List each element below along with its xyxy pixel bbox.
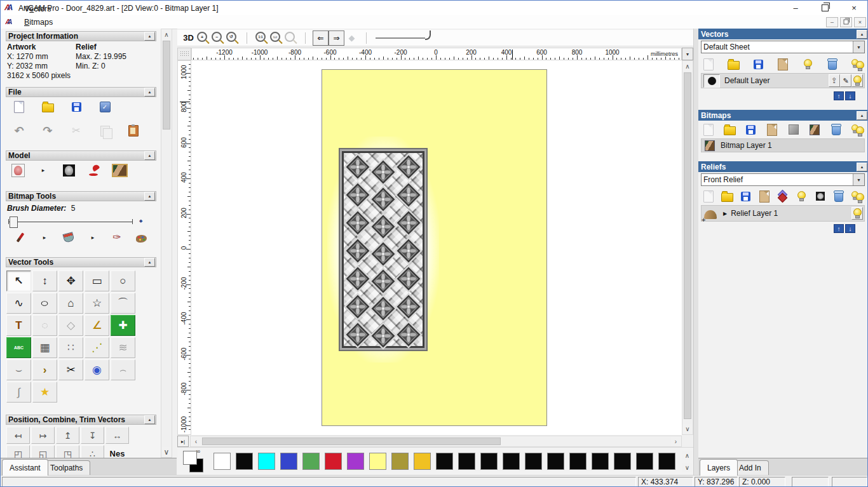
relief-select[interactable]: Front Relief ▼ bbox=[701, 173, 865, 186]
move-layer-up-button[interactable]: ↑ bbox=[834, 91, 844, 100]
zoom-1to1-icon[interactable]: 1:1 bbox=[254, 31, 269, 45]
palette-swatch-black-6[interactable] bbox=[525, 453, 542, 470]
transform-vectors-tool[interactable]: ✥ bbox=[58, 270, 83, 291]
primary-colour-indicator[interactable] bbox=[183, 451, 197, 465]
copy-icon[interactable] bbox=[95, 123, 114, 139]
invert-model-icon[interactable] bbox=[59, 162, 78, 178]
collapse-panel-button[interactable]: ▲ bbox=[857, 111, 867, 120]
create-text-tool[interactable]: T bbox=[6, 315, 31, 336]
lock-layer-button[interactable]: ⇪ bbox=[829, 74, 840, 87]
tab-layers[interactable]: Layers bbox=[700, 459, 738, 476]
save-vector-layer-icon[interactable] bbox=[750, 57, 766, 72]
minimize-button[interactable]: – bbox=[781, 1, 810, 15]
bitmap-to-vector-tool[interactable]: ★ bbox=[32, 382, 57, 403]
align-bottom-tool[interactable]: ↧ bbox=[81, 427, 104, 444]
zoom-previous-icon[interactable]: ↺ bbox=[225, 31, 240, 45]
save-relief-layer-icon[interactable] bbox=[738, 189, 754, 204]
merge-relief-layers-icon[interactable] bbox=[757, 189, 772, 204]
lighting-icon[interactable] bbox=[85, 162, 104, 178]
interactive-slice-tool[interactable]: ◉ bbox=[85, 359, 109, 380]
canvas-viewport[interactable] bbox=[191, 60, 682, 435]
create-polygon-tool[interactable]: ⌂ bbox=[58, 293, 83, 314]
collapse-section-button[interactable]: ▲ bbox=[144, 151, 155, 160]
palette-swatch-white[interactable] bbox=[214, 453, 231, 470]
colour-palette-icon[interactable] bbox=[132, 229, 151, 246]
node-editing-tool[interactable]: ↕ bbox=[32, 270, 57, 291]
create-rectangle-tool[interactable]: ▭ bbox=[85, 270, 109, 291]
save-bitmap-layer-icon[interactable] bbox=[743, 122, 759, 137]
tab-toolpaths[interactable]: Toolpaths bbox=[43, 460, 90, 475]
text-on-curve-tool[interactable]: ABC bbox=[6, 337, 31, 358]
palette-swatch-black-12[interactable] bbox=[658, 453, 675, 470]
palette-swatch-black-3[interactable] bbox=[458, 453, 475, 470]
new-bitmap-layer-icon[interactable] bbox=[701, 122, 716, 137]
open-model-icon[interactable] bbox=[38, 98, 57, 115]
fit-vectors-tool[interactable]: ≋ bbox=[111, 337, 135, 358]
move-layer-down-button[interactable]: ↓ bbox=[845, 224, 855, 233]
wrap-text-tool[interactable]: ◌ bbox=[32, 315, 57, 336]
paste-along-curve-tool[interactable]: ⋰ bbox=[85, 337, 109, 358]
model-export-wizard-icon[interactable]: ✓ bbox=[95, 98, 114, 115]
toggle-all-layers-icon[interactable] bbox=[850, 122, 865, 137]
view-3d-button[interactable]: 3D bbox=[181, 31, 196, 45]
collapse-section-button[interactable]: ▲ bbox=[144, 88, 155, 97]
collapse-panel-button[interactable]: ▲ bbox=[857, 30, 867, 39]
open-vector-layer-icon[interactable] bbox=[726, 57, 741, 72]
palette-swatch-olive[interactable] bbox=[391, 453, 409, 470]
mdi-minimize-button[interactable]: – bbox=[826, 17, 838, 27]
scrollbar-thumb[interactable] bbox=[202, 437, 501, 445]
sheet-select[interactable]: Default Sheet ▼ bbox=[701, 41, 865, 53]
palette-swatch-black-5[interactable] bbox=[503, 453, 520, 470]
pick-colour-tool-icon[interactable]: ✑ bbox=[107, 229, 126, 246]
create-star-tool[interactable]: ☆ bbox=[85, 293, 109, 314]
block-copy-rotate-tool[interactable]: ∷ bbox=[58, 337, 83, 358]
align-top-left-tool[interactable]: ◰ bbox=[6, 445, 30, 458]
collapse-section-button[interactable]: ▲ bbox=[144, 415, 155, 424]
bitmap-layer-row[interactable]: Bitmap Layer 1 bbox=[701, 138, 865, 152]
open-relief-layer-icon[interactable] bbox=[719, 189, 735, 204]
expand-layer-icon[interactable]: ▶ bbox=[723, 211, 727, 217]
previous-view-button[interactable]: ⇐ bbox=[313, 30, 329, 46]
palette-swatch-gold[interactable] bbox=[414, 453, 431, 470]
create-arc-tool[interactable]: ⌒ bbox=[111, 293, 135, 314]
stack-reliefs-icon[interactable] bbox=[775, 189, 790, 204]
delete-bitmap-layer-icon[interactable] bbox=[829, 122, 844, 137]
scrollbar-thumb[interactable] bbox=[684, 72, 691, 419]
toggle-all-layers-icon[interactable] bbox=[850, 57, 865, 72]
paint-tool-icon[interactable] bbox=[11, 229, 30, 246]
delete-vector-layer-icon[interactable] bbox=[825, 57, 840, 72]
palette-swatch-cyan[interactable] bbox=[258, 453, 275, 470]
spin-view-icon[interactable]: ◆ bbox=[344, 31, 359, 45]
load-bitmap-icon[interactable] bbox=[110, 162, 129, 178]
merge-bitmap-layers-icon[interactable] bbox=[764, 122, 780, 137]
align-spread-tool[interactable]: ◳ bbox=[56, 445, 79, 458]
delete-relief-layer-icon[interactable] bbox=[831, 189, 846, 204]
create-circle-tool[interactable]: ○ bbox=[111, 270, 135, 291]
section-profile-tool[interactable]: ∫ bbox=[6, 382, 31, 403]
slider-thumb[interactable] bbox=[10, 217, 18, 228]
new-model-icon[interactable] bbox=[10, 98, 29, 115]
layer-visibility-icon[interactable] bbox=[800, 57, 815, 72]
new-relief-layer-icon[interactable] bbox=[701, 189, 716, 204]
page-preview-button[interactable]: ▸| bbox=[177, 436, 189, 447]
palette-swatch-light-yellow[interactable] bbox=[369, 453, 386, 470]
create-polyline-tool[interactable]: ∿ bbox=[6, 293, 31, 314]
slider-track[interactable] bbox=[8, 222, 133, 222]
nesting-tool[interactable]: Nes bbox=[105, 445, 129, 458]
flood-fill-tool-icon[interactable] bbox=[59, 229, 78, 246]
scatter-copies-tool[interactable]: ∴ bbox=[81, 445, 104, 458]
collapse-section-button[interactable]: ▲ bbox=[144, 192, 155, 201]
canvas-vscrollbar[interactable]: ∧ ∨ bbox=[682, 60, 693, 435]
dropdown-button[interactable]: ▼ bbox=[853, 174, 864, 185]
collapse-section-button[interactable]: ▲ bbox=[144, 32, 155, 41]
join-vectors-tool[interactable]: › bbox=[32, 359, 57, 380]
next-view-button[interactable]: ⇒ bbox=[329, 30, 344, 46]
paste-icon[interactable] bbox=[124, 123, 143, 139]
canvas-hscrollbar[interactable]: ‹ › bbox=[190, 436, 682, 447]
palette-swatch-black[interactable] bbox=[236, 453, 253, 470]
move-layer-up-button[interactable]: ↑ bbox=[834, 224, 844, 233]
menu-bitmaps[interactable]: Bitmaps bbox=[18, 15, 65, 29]
palette-swatch-black-9[interactable] bbox=[592, 453, 609, 470]
relief-layer-row[interactable]: ▶ Relief Layer 1 bbox=[701, 205, 865, 222]
scroll-down-button[interactable]: ∨ bbox=[162, 447, 171, 457]
